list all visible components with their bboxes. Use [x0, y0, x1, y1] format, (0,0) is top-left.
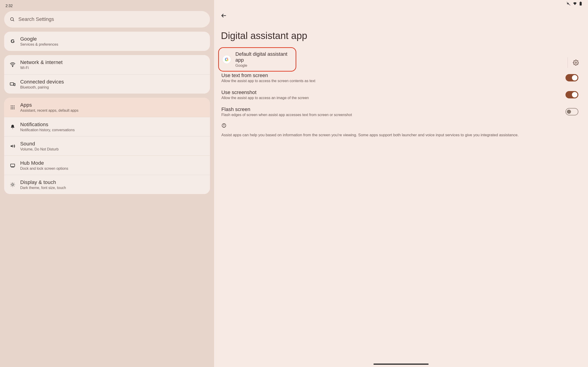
- svg-point-5: [11, 106, 12, 106]
- assistant-settings-gear[interactable]: [572, 59, 580, 67]
- sidebar-group-2: Apps Assistant, recent apps, default app…: [4, 98, 210, 194]
- row-subtitle: Google: [235, 64, 289, 68]
- gesture-nav-bar[interactable]: [373, 364, 429, 365]
- brightness-icon: [9, 182, 16, 187]
- sidebar-item-label: Google: [20, 36, 58, 42]
- svg-point-7: [14, 106, 15, 106]
- wifi-icon: [9, 62, 16, 68]
- svg-rect-19: [580, 2, 581, 2]
- google-g-icon: G: [9, 38, 16, 44]
- svg-point-21: [575, 62, 577, 64]
- sidebar-item-label: Hub Mode: [20, 160, 68, 166]
- info-icon: [221, 123, 226, 128]
- sidebar-item-sub: Assistant, recent apps, default apps: [20, 108, 78, 113]
- row-title: Use screenshot: [221, 90, 559, 95]
- row-title: Flash screen: [221, 106, 559, 112]
- search-placeholder: Search Settings: [18, 16, 54, 22]
- row-default-assistant[interactable]: G Default digital assistant app Google: [218, 47, 296, 72]
- search-settings[interactable]: Search Settings: [4, 11, 210, 27]
- row-use-screenshot[interactable]: Use screenshot Allow the assist app to a…: [218, 86, 582, 103]
- svg-point-16: [12, 184, 14, 186]
- toggle-flash-screen[interactable]: [565, 108, 578, 115]
- assist-description: Assist apps can help you based on inform…: [218, 128, 582, 138]
- sidebar-item-sub: Services & preferences: [20, 42, 58, 47]
- sidebar-item-label: Display & touch: [20, 179, 66, 185]
- hub-icon: [9, 163, 16, 168]
- settings-detail: Digital assistant app G Default digital …: [214, 0, 588, 367]
- page-title: Digital assistant app: [221, 30, 582, 41]
- svg-point-13: [14, 108, 15, 109]
- svg-point-2: [12, 66, 13, 67]
- svg-point-11: [11, 108, 12, 109]
- row-subtitle: Allow the assist app to access the scree…: [221, 79, 559, 83]
- sidebar-item-network[interactable]: Network & internet Wi-Fi: [4, 55, 210, 74]
- svg-point-6: [12, 106, 13, 106]
- status-bar-right: [218, 0, 582, 7]
- google-logo-icon: G: [222, 55, 231, 64]
- bell-icon: [9, 124, 16, 129]
- status-bar-time: 2:32: [4, 2, 210, 10]
- info-icon-row: [218, 120, 582, 128]
- sidebar-group-1: Network & internet Wi-Fi Connected devic…: [4, 55, 210, 94]
- row-subtitle: Allow the assist app to access an image …: [221, 96, 559, 100]
- back-button[interactable]: [220, 12, 227, 19]
- divider: [568, 57, 568, 68]
- wifi-status-icon: [573, 2, 577, 6]
- sidebar-item-apps[interactable]: Apps Assistant, recent apps, default app…: [4, 98, 210, 117]
- sidebar-item-notifications[interactable]: Notifications Notification history, conv…: [4, 117, 210, 136]
- svg-point-0: [10, 18, 14, 21]
- sidebar-item-sub: Dock and lock screen options: [20, 167, 68, 171]
- svg-point-10: [14, 107, 15, 108]
- row-title: Default digital assistant app: [235, 51, 289, 63]
- row-use-text[interactable]: Use text from screen Allow the assist ap…: [218, 69, 582, 86]
- svg-rect-3: [10, 83, 14, 85]
- sidebar-item-sub: Bluetooth, pairing: [20, 85, 64, 90]
- sidebar-item-label: Network & internet: [20, 59, 63, 65]
- sidebar-item-devices[interactable]: Connected devices Bluetooth, pairing: [4, 74, 210, 94]
- svg-point-12: [12, 108, 13, 109]
- sidebar-item-sub: Notification history, conversations: [20, 128, 75, 132]
- sidebar-item-label: Sound: [20, 141, 59, 147]
- row-title: Use text from screen: [221, 73, 559, 78]
- svg-point-8: [11, 107, 12, 108]
- sidebar-item-sub: Dark theme, font size, touch: [20, 186, 66, 190]
- sidebar-item-sound[interactable]: Sound Volume, Do Not Disturb: [4, 136, 210, 156]
- google-card[interactable]: G Google Services & preferences: [4, 32, 210, 51]
- app-root: 2:32 Search Settings G Google Services &…: [0, 0, 588, 367]
- sidebar-item-hub[interactable]: Hub Mode Dock and lock screen options: [4, 156, 210, 175]
- search-icon: [10, 17, 15, 22]
- sidebar-item-sub: Wi-Fi: [20, 66, 63, 70]
- mute-icon: [566, 2, 571, 6]
- svg-point-24: [224, 124, 224, 125]
- svg-rect-18: [580, 2, 582, 6]
- volume-icon: [9, 143, 16, 149]
- toggle-use-text[interactable]: [565, 74, 578, 81]
- clock: 2:32: [6, 4, 13, 8]
- svg-rect-14: [10, 164, 15, 167]
- apps-grid-icon: [9, 105, 16, 110]
- devices-icon: [9, 81, 16, 87]
- row-flash-screen[interactable]: Flash screen Flash edges of screen when …: [218, 103, 582, 120]
- battery-icon: [579, 2, 582, 6]
- svg-line-1: [13, 20, 14, 21]
- svg-point-9: [12, 107, 13, 108]
- sidebar-item-sub: Volume, Do Not Disturb: [20, 147, 59, 151]
- sidebar-item-label: Notifications: [20, 122, 75, 127]
- sidebar-item-label: Connected devices: [20, 79, 64, 85]
- settings-list: G Default digital assistant app Google: [218, 47, 582, 138]
- svg-rect-4: [14, 83, 15, 85]
- toggle-use-screenshot[interactable]: [565, 91, 578, 98]
- sidebar-item-label: Apps: [20, 102, 78, 108]
- settings-sidebar: 2:32 Search Settings G Google Services &…: [0, 0, 214, 367]
- row-subtitle: Flash edges of screen when assist app ac…: [221, 113, 559, 117]
- sidebar-item-display[interactable]: Display & touch Dark theme, font size, t…: [4, 175, 210, 194]
